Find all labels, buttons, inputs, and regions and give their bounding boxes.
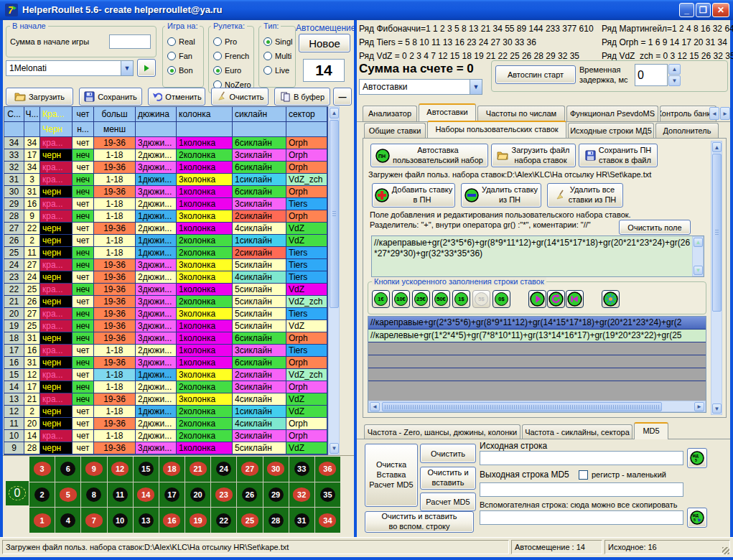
md5-source-input[interactable]: [480, 451, 683, 465]
table-row[interactable]: 3434кра...чет19-363дюжи...1колонка6сикла…: [4, 137, 327, 149]
scroll-up-icon[interactable]: ▲: [694, 238, 703, 247]
tab-контроль-банкро[interactable]: Контроль банкро: [660, 106, 716, 121]
tab-функционал-psevdoms[interactable]: Функционал PsevdoMS: [566, 106, 658, 121]
board-cell-36[interactable]: 36: [315, 457, 340, 482]
md5-run-button[interactable]: МД5: [687, 448, 707, 468]
scroll-down-icon[interactable]: ▼: [330, 443, 339, 454]
board-cell-8[interactable]: 8: [81, 482, 106, 508]
board-cell-28[interactable]: 28: [263, 508, 289, 533]
bet-editor-textarea[interactable]: //кареправые+gr(2*3*5*6)+gr(8*9*11*12)+g…: [371, 235, 704, 277]
board-cell-2[interactable]: 2: [29, 482, 55, 508]
autospin-start-button[interactable]: Автоспин старт: [495, 65, 576, 84]
radio-option-french[interactable]: French: [213, 50, 253, 62]
board-cell-21[interactable]: 21: [185, 457, 210, 482]
chip-50eur-button[interactable]: 50€: [432, 290, 450, 308]
autoshift-value[interactable]: 14: [303, 59, 345, 82]
radio-option-bon[interactable]: Bon: [167, 64, 203, 77]
clear-field-button[interactable]: Очистить поле: [619, 220, 691, 235]
toolbar-folder-open-button[interactable]: Загрузить: [6, 88, 73, 106]
add-bet-button[interactable]: Добавить ставку в ПН: [372, 183, 455, 207]
board-cell-34[interactable]: 34: [315, 508, 340, 533]
board-cell-4[interactable]: 4: [55, 508, 80, 533]
board-zero-cell[interactable]: 0: [6, 481, 29, 505]
board-cell-9[interactable]: 9: [81, 457, 106, 482]
preset-combobox[interactable]: 1Melonati ▼: [6, 60, 134, 76]
board-cell-3[interactable]: 3: [29, 457, 55, 482]
delete-bet-button[interactable]: Удалить ставку из ПН: [461, 183, 541, 207]
empty-row[interactable]: [368, 342, 706, 355]
scroll-right-icon[interactable]: ►: [694, 402, 704, 411]
board-cell-22[interactable]: 22: [211, 508, 236, 533]
board-cell-24[interactable]: 24: [211, 457, 236, 482]
load-set-file-button[interactable]: Загрузить файл набора ставок: [491, 144, 576, 167]
chip-1eur-button[interactable]: 1€: [372, 290, 390, 308]
chevron-down-icon[interactable]: ▼: [121, 61, 133, 75]
board-cell-7[interactable]: 7: [81, 508, 106, 533]
tab-частота-сиклайны-сектора[interactable]: Частота - сиклайны, сектора: [522, 424, 632, 439]
table-row[interactable]: 2511черннеч1-181дюжи...2колонка2сиклайнT…: [4, 247, 327, 259]
table-row[interactable]: 3031черннеч19-363дюжи...1колонка6сиклайн…: [4, 186, 327, 198]
board-cell-6[interactable]: 6: [55, 457, 80, 482]
radio-option-pro[interactable]: Pro: [213, 35, 253, 48]
page-scrollbar[interactable]: ▲ ▼: [711, 141, 722, 415]
minimize-button[interactable]: _: [679, 3, 694, 17]
toolbar-copy-button[interactable]: В буфер: [274, 88, 330, 106]
board-cell-31[interactable]: 31: [289, 508, 314, 533]
chip-0usd-button[interactable]: 0$: [492, 290, 510, 308]
table-row[interactable]: 2126чернчет19-363дюжи...2колонка5сиклайн…: [4, 296, 327, 308]
board-cell-5[interactable]: 5: [55, 482, 80, 508]
board-cell-27[interactable]: 27: [237, 457, 262, 482]
table-row[interactable]: 289кра...неч1-181дюжи...3колонка2сиклайн…: [4, 210, 327, 223]
board-cell-19[interactable]: 19: [185, 508, 210, 533]
tab-частоты-по-числам[interactable]: Частоты по числам: [477, 106, 565, 121]
autobets-combobox[interactable]: Автоставки ▼: [359, 79, 482, 95]
spin-log-table[interactable]: С...Ч...Кра...четбольшдюжинаколонкасикла…: [4, 106, 328, 455]
toolbar-undo-button[interactable]: Отменить: [148, 88, 205, 106]
table-row[interactable]: 1716кра...чет1-182дюжи...1колонка3сиклай…: [4, 345, 327, 357]
delay-input[interactable]: 0: [635, 64, 668, 86]
redo-button[interactable]: [547, 290, 565, 308]
back-button[interactable]: [566, 290, 584, 308]
empty-row[interactable]: [368, 368, 706, 381]
board-cell-14[interactable]: 14: [134, 482, 159, 508]
toolbar-broom-button[interactable]: Очистить: [211, 88, 269, 106]
table-row[interactable]: 3234кра...чет19-363дюжи...1колонка6сикла…: [4, 162, 327, 174]
board-cell-13[interactable]: 13: [134, 508, 159, 533]
md5-calc-button[interactable]: Расчет MD5: [420, 493, 476, 511]
board-cell-17[interactable]: 17: [159, 482, 185, 508]
auto-user-set-button[interactable]: ПН Автоставка пользовательский набор: [370, 144, 488, 167]
scroll-down-icon[interactable]: ▼: [712, 403, 722, 414]
radio-option-multi[interactable]: Multi: [263, 50, 295, 62]
md5-clear-paste-aux-button[interactable]: Очистить и вставить во вспом. строку: [365, 511, 474, 533]
chip-1usd-button[interactable]: 1$: [452, 290, 470, 308]
new-shift-button[interactable]: Новое: [299, 34, 350, 52]
board-cell-15[interactable]: 15: [134, 457, 159, 482]
resize-grip[interactable]: [722, 547, 729, 554]
table-row[interactable]: 2722чернчет19-362дюжи...1колонка4сиклайн…: [4, 223, 327, 235]
play-button[interactable]: [528, 290, 546, 308]
board-cell-11[interactable]: 11: [108, 482, 133, 508]
empty-row[interactable]: [368, 355, 706, 368]
tab-частота-zero-шансы-дюжины-колонки[interactable]: Частота - Zero, шансы, дюжины, колонки: [364, 424, 520, 439]
table-row[interactable]: 2225кра...неч19-363дюжи...1колонка5сикла…: [4, 284, 327, 296]
board-cell-29[interactable]: 29: [263, 482, 289, 508]
scroll-down-icon[interactable]: ▼: [694, 266, 703, 275]
tab-наборы-пользовательских-ставок[interactable]: Наборы пользовательских ставок: [427, 121, 566, 138]
toolbar-disk-button[interactable]: Сохранить: [79, 88, 142, 106]
log-scrollbar-thumb[interactable]: [330, 120, 339, 308]
log-scrollbar[interactable]: ▲ ▼: [328, 106, 340, 455]
lowercase-checkbox[interactable]: [579, 470, 588, 480]
md5-big-button[interactable]: Очистка Вставка Расчет MD5: [365, 444, 418, 507]
board-cell-25[interactable]: 25: [237, 508, 262, 533]
tab-дополнитель[interactable]: Дополнитель: [655, 123, 719, 138]
table-row[interactable]: 2324чернчет19-362дюжи...3колонка4сиклайн…: [4, 271, 327, 284]
table-row[interactable]: 1014кра...чет1-182дюжи...2колонка3сиклай…: [4, 430, 327, 442]
delete-all-bets-button[interactable]: Удалить все ставки из ПН: [547, 183, 623, 207]
table-row[interactable]: 2427кра...неч19-363дюжи...3колонка5сикла…: [4, 259, 327, 271]
table-row[interactable]: 2027кра...неч19-363дюжи...3колонка5сикла…: [4, 308, 327, 320]
start-sum-input[interactable]: [109, 34, 151, 49]
board-cell-33[interactable]: 33: [289, 457, 314, 482]
board-cell-16[interactable]: 16: [159, 508, 185, 533]
tab-анализатор[interactable]: Анализатор: [363, 106, 417, 121]
bet-sets-listbox[interactable]: //кареправые+gr(2*3*5*6)+gr(8*9*11*12)+g…: [368, 316, 706, 413]
